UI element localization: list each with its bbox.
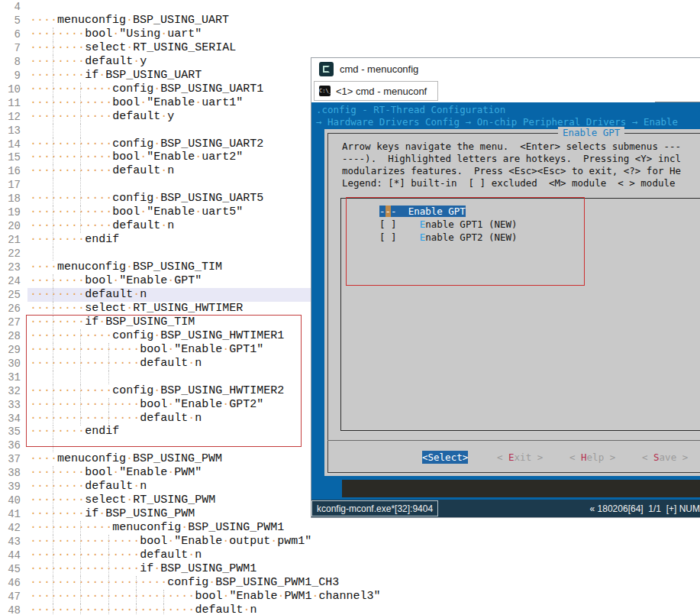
select-button[interactable]: <Select> [422, 451, 468, 464]
line-number: 14 [0, 138, 27, 151]
indent-guide [53, 507, 53, 521]
indent-guide [53, 206, 53, 219]
indent-guide [80, 562, 81, 576]
indent-guide [53, 590, 53, 604]
line-number: 18 [0, 192, 27, 206]
window-title: cmd - menuconfig [340, 63, 418, 75]
line-number: 16 [0, 164, 27, 178]
indent-guide [53, 549, 53, 562]
console-tab[interactable]: C:\_ <1> cmd - menuconf [314, 81, 438, 101]
indent-guide [80, 192, 81, 206]
dialog-shadow [342, 480, 700, 497]
exit-button[interactable]: < Exit > [497, 451, 543, 464]
indent-guide [80, 576, 81, 590]
code-line[interactable]: 42············menuconfig·BSP_USING_PWM1 [0, 521, 700, 535]
status-bar: kconfig-mconf.exe*[32]:9404 « 180206[64]… [311, 500, 700, 517]
line-number: 20 [0, 219, 27, 233]
indent-guide [53, 55, 53, 69]
line-number: 15 [0, 151, 27, 164]
line-number: 48 [0, 604, 27, 615]
line-number: 40 [0, 494, 27, 507]
indent-guide [80, 604, 81, 615]
console-annotation-box [346, 197, 585, 286]
indent-guide [80, 206, 81, 219]
line-number: 41 [0, 507, 27, 521]
code-text: ················bool·"Enable·output·pwm1… [27, 535, 700, 549]
code-line[interactable]: 48························default·n [0, 604, 700, 615]
indent-guide [53, 164, 53, 178]
indent-guide [53, 96, 53, 110]
line-number: 35 [0, 425, 27, 439]
code-text [27, 0, 700, 14]
help-button[interactable]: < Help > [569, 451, 615, 464]
tab-bar: C:\_ <1> cmd - menuconf [311, 80, 700, 102]
code-text: ········select·RT_USING_SERIAL [27, 41, 700, 55]
indent-guide [53, 151, 53, 164]
code-line[interactable]: 5····menuconfig·BSP_USING_UART [0, 14, 700, 28]
indent-guide [53, 110, 53, 124]
indent-guide [53, 192, 53, 206]
editor-annotation-box [26, 315, 302, 447]
code-line[interactable]: 6········bool·"Using·uart" [0, 28, 700, 41]
line-number: 38 [0, 466, 27, 480]
line-number: 8 [0, 55, 27, 69]
line-number: 30 [0, 357, 27, 371]
save-button[interactable]: < Save > [642, 451, 688, 464]
indent-guide [136, 576, 137, 590]
indent-guide [80, 138, 81, 151]
indent-guide [136, 604, 137, 615]
cmd-icon: C:\_ [319, 86, 331, 96]
indent-guide [53, 521, 53, 535]
indent-guide [53, 178, 53, 192]
indent-guide [53, 219, 53, 233]
indent-guide [108, 590, 109, 604]
menuconfig-dialog: Enable GPT Arrow keys navigate the menu.… [324, 129, 700, 476]
code-text: ············menuconfig·BSP_USING_PWM1 [27, 521, 700, 535]
line-number: 39 [0, 480, 27, 494]
code-line[interactable]: 44················default·n [0, 549, 700, 562]
indent-guide [80, 151, 81, 164]
code-line[interactable]: 45················if·BSP_USING_PWM1 [0, 562, 700, 576]
indent-guide [80, 590, 81, 604]
indent-guide [53, 604, 53, 615]
line-number: 47 [0, 590, 27, 604]
code-line[interactable]: 47························bool·"Enable·P… [0, 590, 700, 604]
code-line[interactable]: 4 [0, 0, 700, 14]
indent-guide [80, 164, 81, 178]
line-number: 28 [0, 329, 27, 343]
line-number: 19 [0, 206, 27, 219]
line-number: 23 [0, 261, 27, 274]
indent-guide [53, 41, 53, 55]
indent-guide [53, 247, 53, 261]
code-text: ········bool·"Using·uart" [27, 28, 700, 41]
code-line[interactable]: 46····················config·BSP_USING_P… [0, 576, 700, 590]
dialog-help-line: Arrow keys navigate the menu. <Enter> se… [342, 141, 681, 153]
line-number: 11 [0, 96, 27, 110]
line-number: 36 [0, 439, 27, 452]
window-titlebar[interactable]: cmd - menuconfig [311, 58, 700, 80]
status-process: kconfig-mconf.exe*[32]:9404 [311, 500, 438, 516]
console-area: .config - RT-Thread Configuration → Hard… [311, 102, 700, 501]
code-line[interactable]: 7········select·RT_USING_SERIAL [0, 41, 700, 55]
line-number: 7 [0, 41, 27, 55]
line-number: 46 [0, 576, 27, 590]
line-number: 31 [0, 371, 27, 384]
line-number: 10 [0, 83, 27, 96]
indent-guide [53, 124, 53, 138]
indent-guide [80, 178, 81, 192]
indent-guide [53, 302, 53, 316]
code-text: ····menuconfig·BSP_USING_UART [27, 14, 700, 28]
button-separator [327, 440, 700, 441]
indent-guide [53, 274, 53, 288]
line-number: 25 [0, 288, 27, 302]
line-number: 44 [0, 549, 27, 562]
code-text: ························default·n [27, 604, 700, 615]
line-number: 24 [0, 274, 27, 288]
indent-guide [53, 494, 53, 507]
line-number: 42 [0, 521, 27, 535]
indent-guide [80, 219, 81, 233]
line-number: 34 [0, 412, 27, 426]
line-number: 45 [0, 562, 27, 576]
code-line[interactable]: 43················bool·"Enable·output·pw… [0, 535, 700, 549]
code-text: ················default·n [27, 549, 700, 562]
